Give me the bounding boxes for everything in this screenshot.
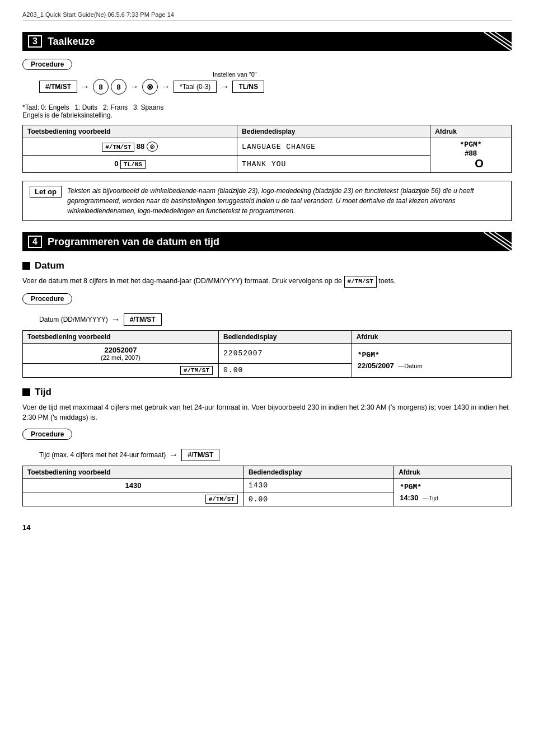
key-88: 88 <box>137 142 147 151</box>
diagonal-decoration <box>484 32 512 51</box>
datum-bullet <box>22 262 30 270</box>
tijd-key-1430: 1430 <box>27 481 239 490</box>
table-header-print: Afdruk <box>430 125 512 138</box>
datum-table-header-print: Afdruk <box>352 330 511 343</box>
key-0: 0 <box>114 159 118 168</box>
tijd-bullet <box>22 388 30 396</box>
tijd-table-header-keys: Toetsbediening voorbeeld <box>23 466 244 479</box>
datum-key-22052007: 22052007 <box>27 346 214 354</box>
datum-body-span: Voer de datum met 8 cijfers in met het d… <box>22 277 342 285</box>
diagonal-decoration-2 <box>484 232 512 251</box>
letop-label: Let op <box>30 186 62 198</box>
key-hmtst-small: #/TM/ST <box>102 143 134 152</box>
section3-procedure-area: Procedure <box>22 59 512 74</box>
datum-print-value: 22/05/2007 —Datum <box>358 361 507 370</box>
table-cell-keys-1: #/TM/ST 88 ⊗ <box>23 138 237 156</box>
svg-line-3 <box>484 232 512 251</box>
tijd-table-header-display: Bediendedisplay <box>243 466 394 479</box>
tijd-table-header-print: Afdruk <box>394 466 512 479</box>
datum-table: Toetsbediening voorbeeld Bediendedisplay… <box>22 330 512 378</box>
section-3-number: 3 <box>28 35 42 48</box>
flow-arrow-3: → <box>161 82 170 92</box>
flow-arrow-2: → <box>130 82 139 92</box>
datum-body2: toets. <box>378 277 396 285</box>
footnote-line1: *Taal: 0: Engels 1: Duits 2: Frans 3: Sp… <box>22 104 163 111</box>
tijd-print-value: 14:30 —Tijd <box>400 494 507 502</box>
datum-heading-container: Datum <box>22 260 512 271</box>
datum-date-value: 22/05/2007 <box>358 361 394 370</box>
flow-circle-8b: 8 <box>111 79 127 95</box>
datum-display-1: 22052007 <box>219 343 352 363</box>
table-row: #/TM/ST 88 ⊗ LANGUAGE CHANGE *PGM* #88 O <box>23 138 512 156</box>
flow-arrow-1: → <box>81 82 90 92</box>
tijd-pgm-text: *PGM* <box>400 483 507 491</box>
flow-label-taal: *Taal (0-3) <box>174 81 217 93</box>
tijd-print-cell: *PGM* 14:30 —Tijd <box>394 479 512 506</box>
tijd-display-2: 0.00 <box>243 492 394 506</box>
tijd-cell-keys-2: #/TM/ST <box>23 492 244 506</box>
tijd-body-text: Voer de tijd met maximaal 4 cijfers met … <box>22 402 512 424</box>
table-row: 22052007 (22 mei, 2007) 22052007 *PGM* 2… <box>23 343 512 363</box>
tijd-heading-container: Tijd <box>22 387 512 398</box>
section-4-header: 4 Programmeren van de datum en tijd <box>22 232 512 251</box>
flow-circle-8a: 8 <box>93 79 109 95</box>
datum-section: Datum Voer de datum met 8 cijfers in met… <box>22 260 512 378</box>
table-header-keys: Toetsbediening voorbeeld <box>23 125 237 138</box>
tijd-time-value: 14:30 <box>400 494 418 502</box>
datum-flow-key: #/TM/ST <box>124 313 162 326</box>
pgm-text-1: *PGM* <box>435 140 507 149</box>
section-3: 3 Taalkeuze Procedure Instellen van "0" … <box>22 32 512 221</box>
datum-flow-arrow: → <box>111 314 120 325</box>
section3-flow-diagram: #/TM/ST → 8 8 → ⊗ → *Taal (0-3) → TL/NS <box>39 79 512 95</box>
flow-box-hmtst: #/TM/ST <box>39 81 77 93</box>
tijd-procedure-area: Procedure <box>22 429 512 444</box>
datum-cell-keys-2: #/TM/ST <box>23 363 219 377</box>
datum-key-date-label: (22 mei, 2007) <box>27 354 214 361</box>
svg-line-0 <box>484 32 512 51</box>
pgm-num-1: #88 <box>435 149 507 157</box>
datum-table-header-keys: Toetsbediening voorbeeld <box>23 330 219 343</box>
tijd-flow-diagram: Tijd (max. 4 cijfers met het 24-uur form… <box>39 449 512 461</box>
tijd-section: Tijd Voer de tijd met maximaal 4 cijfers… <box>22 387 512 507</box>
datum-print-cell: *PGM* 22/05/2007 —Datum <box>352 343 511 377</box>
key-hmtst-tijd: #/TM/ST <box>205 495 238 504</box>
section-3-title: Taalkeuze <box>48 36 95 48</box>
table-cell-keys-2: 0 TL/NS <box>23 156 237 173</box>
procedure-badge-2: Procedure <box>22 293 72 304</box>
tijd-time-print-label: —Tijd <box>423 495 438 501</box>
datum-heading: Datum <box>35 260 64 271</box>
flow-box-tlns: TL/NS <box>232 81 264 93</box>
datum-display-2: 0.00 <box>219 363 352 377</box>
section3-example-table: Toetsbediening voorbeeld Bediendedisplay… <box>22 125 512 173</box>
letop-box: Let op Teksten als bijvoorbeeld de winke… <box>22 181 512 221</box>
table-cell-display-1: LANGUAGE CHANGE <box>237 138 430 156</box>
tijd-table: Toetsbediening voorbeeld Bediendedisplay… <box>22 466 512 506</box>
section3-footnote: *Taal: 0: Engels 1: Duits 2: Frans 3: Sp… <box>22 104 512 119</box>
section-3-header: 3 Taalkeuze <box>22 32 512 51</box>
section-4: 4 Programmeren van de datum en tijd Datu… <box>22 232 512 506</box>
tijd-cell-keys-1: 1430 <box>23 479 244 492</box>
tijd-flow-label: Tijd (max. 4 cijfers met het 24-uur form… <box>39 451 166 459</box>
table-cell-print-1: *PGM* #88 O <box>430 138 512 173</box>
pgm-o-1: O <box>452 157 507 170</box>
footnote-line2: Engels is de fabrieksinstelling. <box>22 111 113 119</box>
letop-text: Teksten als bijvoorbeeld de winkelbedien… <box>67 186 504 216</box>
tijd-flow-arrow: → <box>169 450 178 460</box>
tijd-display-1: 1430 <box>243 479 394 492</box>
key-tlns-small: TL/NS <box>120 160 146 169</box>
table-row: 1430 1430 *PGM* 14:30 —Tijd <box>23 479 512 492</box>
datum-pgm-text: *PGM* <box>358 351 507 359</box>
datum-date-print-label: —Datum <box>398 363 422 369</box>
page-number: 14 <box>22 523 512 532</box>
section-4-title: Programmeren van de datum en tijd <box>48 236 219 248</box>
datum-body-text: Voer de datum met 8 cijfers in met het d… <box>22 276 512 288</box>
instellen-label: Instellen van "0" <box>213 71 257 78</box>
datum-cell-keys-1: 22052007 (22 mei, 2007) <box>23 343 219 363</box>
section-4-number: 4 <box>28 236 42 248</box>
key-hmtst-inline: #/TM/ST <box>344 276 377 288</box>
header-text: A203_1 Quick Start Guide(Ne) 06.5.6 7:33… <box>22 11 174 18</box>
datum-table-header-display: Bediendedisplay <box>219 330 352 343</box>
key-hmtst-datum: #/TM/ST <box>180 366 213 375</box>
datum-flow-diagram: Datum (DD/MM/YYYY) → #/TM/ST <box>39 313 512 326</box>
procedure-badge-1: Procedure <box>22 59 72 70</box>
